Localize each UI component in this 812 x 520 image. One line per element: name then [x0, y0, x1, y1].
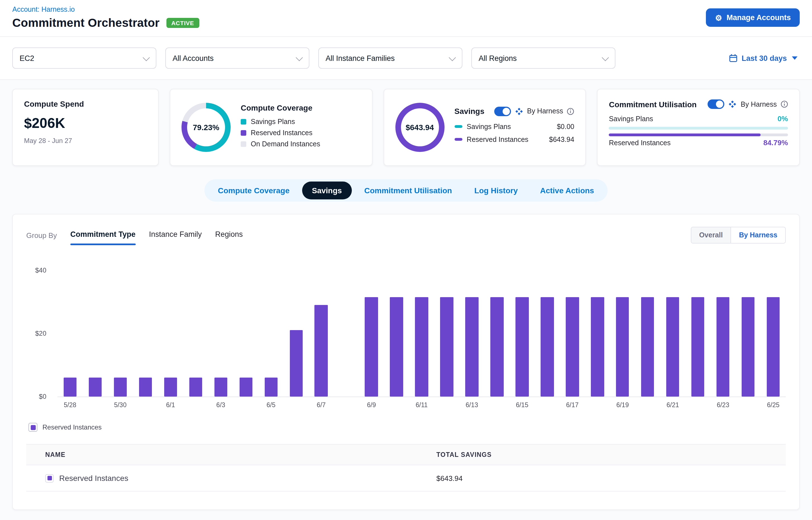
bar-6-7[interactable]	[315, 305, 328, 396]
manage-accounts-label: Manage Accounts	[727, 14, 791, 22]
bar-6-23[interactable]	[716, 297, 730, 396]
bar-5-28[interactable]	[64, 378, 77, 396]
utilisation-item-value: 84.79%	[763, 138, 788, 147]
bar-6-5[interactable]	[264, 378, 278, 396]
x-tick-label	[133, 401, 158, 408]
table-row[interactable]: Reserved Instances$643.94	[26, 465, 786, 492]
compute-spend-title: Compute Spend	[24, 99, 147, 108]
instance-families-select[interactable]: All Instance Families	[318, 48, 463, 69]
bar-6-4[interactable]	[239, 378, 253, 396]
legend-item-label: On Demand Instances	[251, 140, 320, 148]
bar-5-31[interactable]	[139, 378, 152, 396]
accounts-select[interactable]: All Accounts	[165, 48, 309, 69]
bar-slot	[560, 270, 585, 396]
group-tabs: Commitment TypeInstance FamilyRegions	[70, 230, 243, 240]
bar-slot	[133, 270, 158, 396]
service-select-value: EC2	[20, 54, 34, 62]
x-tick-label	[83, 401, 108, 408]
x-tick-label	[535, 401, 560, 408]
bar-slot	[610, 270, 635, 396]
bar-6-3[interactable]	[214, 378, 227, 396]
chevron-down-icon	[143, 54, 150, 60]
utilisation-by-harness-toggle[interactable]	[708, 99, 725, 109]
bar-6-11[interactable]	[415, 297, 428, 396]
x-tick-label: 6/15	[509, 401, 535, 408]
tab-active-actions[interactable]: Active Actions	[530, 182, 604, 200]
x-tick-label: 6/13	[459, 401, 484, 408]
legend-marker	[45, 474, 54, 482]
compute-coverage-legend: Savings PlansReserved InstancesOn Demand…	[241, 118, 361, 148]
bar-5-29[interactable]	[89, 378, 102, 396]
bar-6-14[interactable]	[491, 297, 504, 396]
bar-6-6[interactable]	[290, 330, 303, 396]
bar-6-12[interactable]	[440, 297, 453, 396]
x-tick-label: 6/11	[409, 401, 434, 408]
view-toggle-overall[interactable]: Overall	[691, 227, 731, 243]
bar-6-16[interactable]	[541, 297, 554, 396]
x-tick-label: 6/19	[610, 401, 635, 408]
x-axis: 5/285/306/16/36/56/76/96/116/136/156/176…	[57, 401, 786, 408]
regions-select-value: All Regions	[479, 54, 517, 62]
bar-6-15[interactable]	[516, 297, 529, 396]
bar-6-21[interactable]	[666, 297, 679, 396]
bar-5-30[interactable]	[114, 378, 127, 396]
bar-6-25[interactable]	[767, 297, 780, 396]
tab-savings[interactable]: Savings	[302, 182, 352, 200]
bar-6-20[interactable]	[641, 297, 654, 396]
x-tick-label: 6/21	[660, 401, 685, 408]
savings-by-harness-toggle[interactable]	[494, 106, 511, 116]
view-toggle-by-harness[interactable]: By Harness	[731, 227, 785, 243]
bar-6-22[interactable]	[691, 297, 705, 396]
group-tab-regions[interactable]: Regions	[215, 230, 243, 240]
bar-6-9[interactable]	[365, 297, 378, 396]
account-breadcrumb-link[interactable]: Account: Harness.io	[12, 6, 199, 14]
reserved-instances-checkbox[interactable]	[28, 423, 37, 432]
chevron-down-icon	[449, 54, 456, 60]
info-icon[interactable]	[567, 107, 574, 115]
service-select[interactable]: EC2	[12, 48, 156, 69]
utilisation-label-row: Reserved Instances84.79%	[609, 138, 788, 147]
bar-6-18[interactable]	[591, 297, 604, 396]
x-tick-label	[334, 401, 359, 408]
x-tick-label: 6/7	[309, 401, 334, 408]
info-icon[interactable]	[781, 101, 788, 108]
tab-compute-coverage[interactable]: Compute Coverage	[208, 182, 299, 200]
savings-legend-item: Reserved Instances$643.94	[454, 135, 574, 143]
bar-6-13[interactable]	[466, 297, 479, 396]
chevron-down-icon	[602, 54, 609, 60]
tab-commitment-utilisation[interactable]: Commitment Utilisation	[354, 182, 462, 200]
group-tab-commitment-type[interactable]: Commitment Type	[70, 230, 136, 240]
bar-slot	[509, 270, 535, 396]
x-tick-label: 6/17	[560, 401, 585, 408]
tab-log-history[interactable]: Log History	[464, 182, 528, 200]
y-tick-label: $20	[35, 330, 46, 337]
chevron-down-icon	[296, 54, 303, 60]
legend-marker	[241, 130, 246, 136]
savings-bar-chart: $0$20$40 5/285/306/16/36/56/76/96/116/13…	[26, 270, 786, 408]
bar-slot	[585, 270, 610, 396]
regions-select[interactable]: All Regions	[471, 48, 615, 69]
date-range-picker[interactable]: Last 30 days	[729, 54, 797, 62]
coverage-legend-item: Savings Plans	[241, 118, 361, 126]
bar-6-19[interactable]	[616, 297, 629, 396]
accounts-select-value: All Accounts	[173, 54, 214, 62]
group-tab-instance-family[interactable]: Instance Family	[149, 230, 202, 240]
savings-item-label: Savings Plans	[467, 123, 511, 130]
compute-coverage-donut: 79.23%	[182, 103, 231, 152]
table-cell-name: Reserved Instances	[26, 474, 437, 483]
savings-panel: Group By Commitment TypeInstance FamilyR…	[12, 214, 800, 510]
savings-table: NAME TOTAL SAVINGS Reserved Instances$64…	[26, 444, 786, 492]
y-axis: $0$20$40	[26, 270, 52, 396]
calendar-icon	[729, 54, 738, 62]
bar-6-1[interactable]	[164, 378, 177, 396]
bar-6-2[interactable]	[189, 378, 202, 396]
bar-slot	[761, 270, 786, 396]
bar-6-10[interactable]	[390, 297, 403, 396]
manage-accounts-button[interactable]: ⚙ Manage Accounts	[706, 8, 800, 27]
chart-legend-label: Reserved Instances	[43, 423, 102, 431]
bar-6-17[interactable]	[566, 297, 579, 396]
savings-card: $643.94 Savings By Harness	[384, 89, 586, 166]
bar-6-24[interactable]	[742, 297, 755, 396]
bar-slot	[309, 270, 334, 396]
bar-slot	[359, 270, 384, 396]
